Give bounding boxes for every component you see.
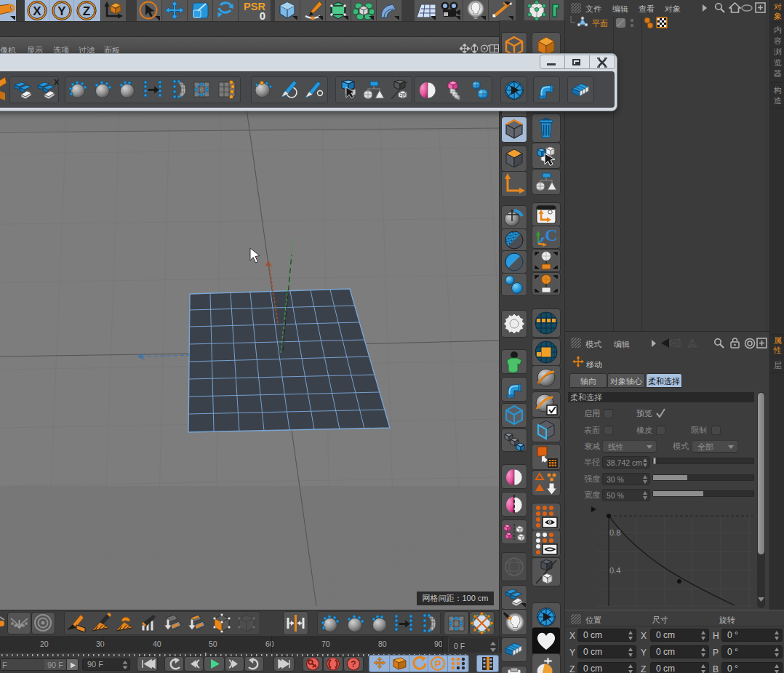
svg-text:Y: Y: [57, 4, 66, 18]
svg-text:Z: Z: [83, 4, 90, 18]
svg-text:C: C: [545, 226, 557, 244]
svg-text:0.4: 0.4: [609, 566, 620, 575]
svg-text:P: P: [435, 658, 441, 669]
svg-text:0.8: 0.8: [609, 528, 620, 537]
svg-text:X: X: [54, 78, 58, 87]
svg-text:0: 0: [260, 9, 265, 21]
svg-text:X: X: [33, 4, 41, 18]
svg-text:?: ?: [351, 659, 356, 669]
